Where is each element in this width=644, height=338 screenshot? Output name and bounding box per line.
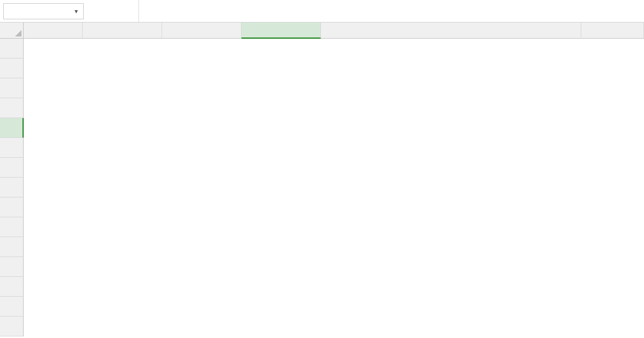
row-header-1[interactable] [0,39,24,58]
spreadsheet-grid [0,23,644,336]
row-header-13[interactable] [0,277,24,297]
column-header-f[interactable] [581,23,644,39]
column-header-a[interactable] [24,23,83,39]
column-headers [0,23,644,39]
select-all-corner[interactable] [0,23,24,39]
row-header-3[interactable] [0,78,24,98]
row-header-8[interactable] [0,178,24,197]
chevron-down-icon: ▾ [75,8,78,15]
formula-input[interactable] [138,0,644,22]
row-header-6[interactable] [0,138,24,158]
row-header-4[interactable] [0,98,24,118]
row-header-2[interactable] [0,58,24,78]
row-header-14[interactable] [0,297,24,317]
row-header-15[interactable] [0,317,24,336]
row-header-5[interactable] [0,118,24,138]
column-header-b[interactable] [83,23,162,39]
row-header-12[interactable] [0,257,24,277]
row-header-11[interactable] [0,237,24,257]
cells-area[interactable] [24,39,644,336]
name-box[interactable]: ▾ [3,3,84,19]
row-header-10[interactable] [0,217,24,237]
column-header-e[interactable] [321,23,581,39]
column-header-c[interactable] [162,23,241,39]
formula-bar: ▾ [0,0,644,23]
row-header-7[interactable] [0,158,24,178]
row-headers [0,39,24,336]
column-header-d[interactable] [241,23,321,39]
row-header-9[interactable] [0,197,24,217]
